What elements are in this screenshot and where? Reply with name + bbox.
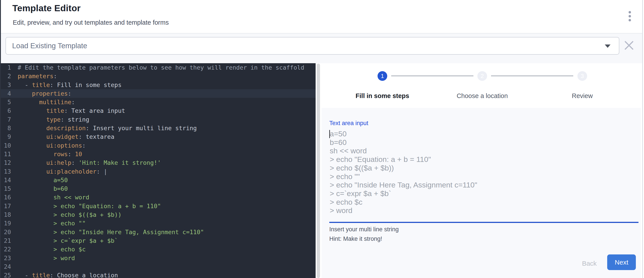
line-number: 10 xyxy=(1,141,11,150)
code-line[interactable]: 24 xyxy=(1,262,316,271)
textarea-focus-underline xyxy=(329,222,638,223)
line-number: 16 xyxy=(1,193,11,202)
step-label: Choose a location xyxy=(449,92,515,100)
code-text: > word xyxy=(18,254,75,262)
field-help-text: Hint: Make it strong! xyxy=(329,236,382,242)
stepper-step-fill-in-some-steps: 1 Fill in some steps xyxy=(349,71,416,100)
code-text: rows: 10 xyxy=(18,150,82,158)
step-circle: 2 xyxy=(478,71,487,81)
code-text: description: Insert your multi line stri… xyxy=(18,124,197,132)
code-line[interactable]: 1# Edit the template parameters below to… xyxy=(1,63,316,72)
line-number: 18 xyxy=(1,210,11,219)
line-number: 13 xyxy=(1,167,11,176)
line-number: 24 xyxy=(1,262,11,271)
step-label: Fill in some steps xyxy=(349,92,416,100)
back-button[interactable]: Back xyxy=(570,258,608,269)
page-subtitle: Edit, preview, and try out templates and… xyxy=(13,19,169,26)
code-line[interactable]: 2parameters: xyxy=(1,72,316,80)
code-line[interactable]: 5 multiline: xyxy=(1,98,316,106)
multiline-textarea[interactable]: a=50 b=60 sh << word > echo "Equation: a… xyxy=(330,130,637,218)
next-button[interactable]: Next xyxy=(607,255,636,270)
close-icon xyxy=(624,40,634,51)
code-line[interactable]: 16 sh << word xyxy=(1,193,316,202)
code-line[interactable]: 6 title: Text area input xyxy=(1,106,316,115)
code-line[interactable]: 7 type: string xyxy=(1,115,316,124)
code-text: > echo $c xyxy=(18,245,86,254)
code-text: ui:placeholder: | xyxy=(18,167,107,176)
line-number: 6 xyxy=(1,106,11,115)
code-line[interactable]: 23 > word xyxy=(1,254,316,262)
code-text: a=50 xyxy=(18,176,68,184)
line-number: 17 xyxy=(1,202,11,210)
code-text: - title: Fill in some steps xyxy=(18,81,122,89)
code-line[interactable]: 19 > echo "" xyxy=(1,219,316,228)
code-text: properties: xyxy=(18,89,72,98)
line-number: 2 xyxy=(1,72,11,80)
clear-selection-button[interactable] xyxy=(624,40,634,51)
chevron-down-icon xyxy=(605,44,610,48)
code-line[interactable]: 14 a=50 xyxy=(1,176,316,184)
template-loader-bar: Load Existing Template xyxy=(1,33,642,63)
code-line[interactable]: 10 ui:options: xyxy=(1,141,316,150)
code-text: # Edit the template parameters below to … xyxy=(18,63,304,72)
code-text: ui:options: xyxy=(18,141,86,150)
line-number: 22 xyxy=(1,245,11,254)
code-line[interactable]: 4 properties: xyxy=(1,89,316,98)
code-line[interactable]: 3 - title: Fill in some steps xyxy=(1,81,316,89)
step-circle: 1 xyxy=(378,71,387,81)
line-number: 19 xyxy=(1,219,11,228)
code-text: > echo "Inside Here Tag, Assignment c=11… xyxy=(18,228,204,236)
line-number: 8 xyxy=(1,124,11,132)
code-line[interactable]: 20 > echo "Inside Here Tag, Assignment c… xyxy=(1,228,316,236)
code-line[interactable]: 25 - title: Choose a location xyxy=(1,271,316,278)
code-text: parameters: xyxy=(18,72,57,80)
code-line[interactable]: 22 > echo $c xyxy=(1,245,316,254)
line-number: 5 xyxy=(1,98,11,106)
step-form-panel: Text area input a=50 b=60 sh << word > e… xyxy=(322,108,641,278)
code-line[interactable]: 15 b=60 xyxy=(1,184,316,193)
kebab-menu-icon[interactable] xyxy=(626,10,633,23)
line-number: 14 xyxy=(1,176,11,184)
code-text: multiline: xyxy=(18,98,75,106)
code-text: b=60 xyxy=(18,184,68,193)
textarea-field-label: Text area input xyxy=(329,120,368,127)
field-description: Insert your multi line string xyxy=(329,226,399,233)
line-number: 4 xyxy=(1,89,11,98)
code-text: type: string xyxy=(18,115,89,124)
stepper-step-choose-a-location: 2 Choose a location xyxy=(449,71,515,100)
line-number: 7 xyxy=(1,115,11,124)
line-number: 12 xyxy=(1,158,11,167)
code-line[interactable]: 12 ui:help: 'Hint: Make it strong!' xyxy=(1,158,316,167)
step-label: Review xyxy=(549,92,615,100)
editor-scrollbar[interactable] xyxy=(317,64,320,278)
yaml-code-editor[interactable]: 1# Edit the template parameters below to… xyxy=(1,63,316,278)
code-text: > echo "Equation: a + b = 110" xyxy=(18,202,161,210)
select-placeholder: Load Existing Template xyxy=(12,42,87,50)
line-number: 20 xyxy=(1,228,11,236)
page-header: Template Editor Edit, preview, and try o… xyxy=(1,0,642,33)
line-number: 9 xyxy=(1,132,11,141)
line-number: 1 xyxy=(1,63,11,72)
window-right-edge xyxy=(642,0,643,278)
code-text: > echo $(($a + $b)) xyxy=(18,210,122,219)
line-number: 23 xyxy=(1,254,11,262)
code-text: title: Text area input xyxy=(18,106,125,115)
code-text: > echo "" xyxy=(18,219,86,228)
template-preview-panel: 1 Fill in some steps 2 Choose a location… xyxy=(320,63,642,278)
template-editor-window: Template Editor Edit, preview, and try o… xyxy=(0,0,644,278)
line-number: 15 xyxy=(1,184,11,193)
code-line[interactable]: 11 rows: 10 xyxy=(1,150,316,158)
code-line[interactable]: 21 > c=`expr $a + $b` xyxy=(1,236,316,245)
code-line[interactable]: 8 description: Insert your multi line st… xyxy=(1,124,316,132)
line-number: 25 xyxy=(1,271,11,278)
code-text: > c=`expr $a + $b` xyxy=(18,236,118,245)
code-line[interactable]: 18 > echo $(($a + $b)) xyxy=(1,210,316,219)
code-line[interactable]: 13 ui:placeholder: | xyxy=(1,167,316,176)
step-circle: 3 xyxy=(578,71,587,81)
code-text: ui:help: 'Hint: Make it strong!' xyxy=(18,158,161,167)
line-number: 11 xyxy=(1,150,11,158)
load-template-select[interactable]: Load Existing Template xyxy=(6,37,619,55)
code-text: - title: Choose a location xyxy=(18,271,118,278)
code-line[interactable]: 17 > echo "Equation: a + b = 110" xyxy=(1,202,316,210)
code-line[interactable]: 9 ui:widget: textarea xyxy=(1,132,316,141)
